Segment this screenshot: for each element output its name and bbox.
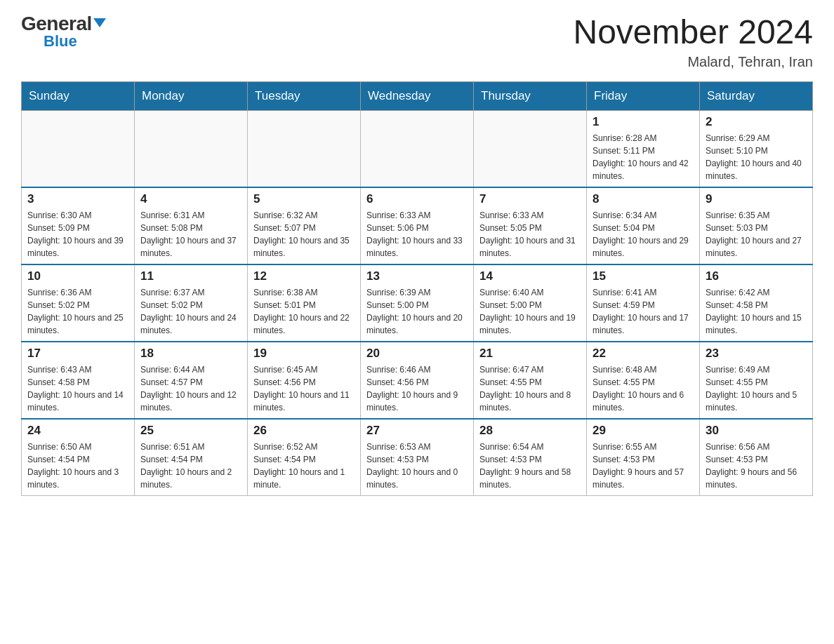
day-number: 29 — [593, 424, 694, 438]
day-number: 15 — [593, 269, 694, 283]
calendar-cell: 8Sunrise: 6:34 AMSunset: 5:04 PMDaylight… — [587, 187, 700, 264]
calendar-cell: 25Sunrise: 6:51 AMSunset: 4:54 PMDayligh… — [135, 419, 248, 496]
calendar-cell: 24Sunrise: 6:50 AMSunset: 4:54 PMDayligh… — [22, 419, 135, 496]
day-number: 18 — [140, 347, 241, 361]
day-number: 4 — [140, 192, 241, 206]
day-number: 22 — [593, 347, 694, 361]
calendar-cell: 12Sunrise: 6:38 AMSunset: 5:01 PMDayligh… — [248, 264, 361, 342]
day-number: 30 — [706, 424, 807, 438]
day-info: Sunrise: 6:28 AMSunset: 5:11 PMDaylight:… — [593, 132, 694, 182]
day-number: 17 — [27, 347, 128, 361]
day-number: 11 — [140, 269, 241, 283]
weekday-header-saturday: Saturday — [700, 81, 813, 110]
title-area: November 2024 Malard, Tehran, Iran — [573, 14, 813, 70]
day-info: Sunrise: 6:44 AMSunset: 4:57 PMDaylight:… — [140, 363, 241, 414]
calendar-cell: 10Sunrise: 6:36 AMSunset: 5:02 PMDayligh… — [22, 264, 135, 342]
calendar-cell: 26Sunrise: 6:52 AMSunset: 4:54 PMDayligh… — [248, 419, 361, 496]
weekday-header-tuesday: Tuesday — [248, 81, 361, 110]
day-info: Sunrise: 6:39 AMSunset: 5:00 PMDaylight:… — [366, 286, 468, 337]
calendar-cell: 4Sunrise: 6:31 AMSunset: 5:08 PMDaylight… — [135, 187, 248, 264]
calendar-cell — [248, 110, 361, 187]
day-info: Sunrise: 6:49 AMSunset: 4:55 PMDaylight:… — [706, 363, 807, 414]
logo-blue-text: Blue — [44, 34, 77, 49]
day-info: Sunrise: 6:31 AMSunset: 5:08 PMDaylight:… — [140, 209, 241, 260]
day-info: Sunrise: 6:35 AMSunset: 5:03 PMDaylight:… — [706, 209, 807, 260]
calendar-cell: 13Sunrise: 6:39 AMSunset: 5:00 PMDayligh… — [361, 264, 474, 342]
day-number: 24 — [27, 424, 128, 438]
day-number: 10 — [27, 269, 128, 283]
calendar-cell: 28Sunrise: 6:54 AMSunset: 4:53 PMDayligh… — [474, 419, 587, 496]
calendar-week-row: 3Sunrise: 6:30 AMSunset: 5:09 PMDaylight… — [22, 187, 813, 264]
day-info: Sunrise: 6:37 AMSunset: 5:02 PMDaylight:… — [140, 286, 241, 337]
day-info: Sunrise: 6:36 AMSunset: 5:02 PMDaylight:… — [27, 286, 128, 337]
day-number: 7 — [479, 192, 581, 206]
day-number: 23 — [706, 347, 807, 361]
calendar-cell: 1Sunrise: 6:28 AMSunset: 5:11 PMDaylight… — [587, 110, 700, 187]
calendar-cell: 30Sunrise: 6:56 AMSunset: 4:53 PMDayligh… — [700, 419, 813, 496]
day-number: 20 — [366, 347, 468, 361]
calendar-cell — [135, 110, 248, 187]
page-header: General Blue November 2024 Malard, Tehra… — [21, 14, 813, 70]
day-info: Sunrise: 6:33 AMSunset: 5:06 PMDaylight:… — [366, 209, 468, 260]
location-text: Malard, Tehran, Iran — [573, 54, 813, 70]
calendar-cell: 5Sunrise: 6:32 AMSunset: 5:07 PMDaylight… — [248, 187, 361, 264]
calendar-cell: 19Sunrise: 6:45 AMSunset: 4:56 PMDayligh… — [248, 342, 361, 419]
calendar-cell: 22Sunrise: 6:48 AMSunset: 4:55 PMDayligh… — [587, 342, 700, 419]
calendar-cell: 29Sunrise: 6:55 AMSunset: 4:53 PMDayligh… — [587, 419, 700, 496]
day-number: 12 — [253, 269, 355, 283]
calendar-cell: 9Sunrise: 6:35 AMSunset: 5:03 PMDaylight… — [700, 187, 813, 264]
day-info: Sunrise: 6:54 AMSunset: 4:53 PMDaylight:… — [479, 441, 581, 491]
calendar-cell: 23Sunrise: 6:49 AMSunset: 4:55 PMDayligh… — [700, 342, 813, 419]
month-title: November 2024 — [573, 14, 813, 51]
calendar-cell — [22, 110, 135, 187]
calendar-cell: 11Sunrise: 6:37 AMSunset: 5:02 PMDayligh… — [135, 264, 248, 342]
weekday-header-row: SundayMondayTuesdayWednesdayThursdayFrid… — [22, 81, 813, 110]
day-number: 2 — [706, 115, 807, 129]
calendar-cell: 17Sunrise: 6:43 AMSunset: 4:58 PMDayligh… — [22, 342, 135, 419]
day-number: 19 — [253, 347, 355, 361]
day-number: 6 — [366, 192, 468, 206]
calendar-cell: 16Sunrise: 6:42 AMSunset: 4:58 PMDayligh… — [700, 264, 813, 342]
logo-general-text: General — [21, 14, 106, 34]
calendar-cell: 6Sunrise: 6:33 AMSunset: 5:06 PMDaylight… — [361, 187, 474, 264]
day-number: 25 — [140, 424, 241, 438]
day-number: 26 — [253, 424, 355, 438]
day-info: Sunrise: 6:42 AMSunset: 4:58 PMDaylight:… — [706, 286, 807, 337]
calendar-week-row: 17Sunrise: 6:43 AMSunset: 4:58 PMDayligh… — [22, 342, 813, 419]
day-info: Sunrise: 6:50 AMSunset: 4:54 PMDaylight:… — [27, 441, 128, 491]
calendar-cell: 15Sunrise: 6:41 AMSunset: 4:59 PMDayligh… — [587, 264, 700, 342]
logo-triangle-icon — [93, 18, 106, 27]
day-info: Sunrise: 6:33 AMSunset: 5:05 PMDaylight:… — [479, 209, 581, 260]
day-number: 13 — [366, 269, 468, 283]
day-number: 28 — [479, 424, 581, 438]
weekday-header-friday: Friday — [587, 81, 700, 110]
day-number: 14 — [479, 269, 581, 283]
day-info: Sunrise: 6:53 AMSunset: 4:53 PMDaylight:… — [366, 441, 468, 491]
day-info: Sunrise: 6:45 AMSunset: 4:56 PMDaylight:… — [253, 363, 355, 414]
day-number: 8 — [593, 192, 694, 206]
calendar-week-row: 24Sunrise: 6:50 AMSunset: 4:54 PMDayligh… — [22, 419, 813, 496]
day-info: Sunrise: 6:34 AMSunset: 5:04 PMDaylight:… — [593, 209, 694, 260]
day-info: Sunrise: 6:38 AMSunset: 5:01 PMDaylight:… — [253, 286, 355, 337]
day-info: Sunrise: 6:48 AMSunset: 4:55 PMDaylight:… — [593, 363, 694, 414]
day-info: Sunrise: 6:29 AMSunset: 5:10 PMDaylight:… — [706, 132, 807, 182]
weekday-header-monday: Monday — [135, 81, 248, 110]
day-info: Sunrise: 6:40 AMSunset: 5:00 PMDaylight:… — [479, 286, 581, 337]
day-number: 3 — [27, 192, 128, 206]
calendar-week-row: 10Sunrise: 6:36 AMSunset: 5:02 PMDayligh… — [22, 264, 813, 342]
day-info: Sunrise: 6:52 AMSunset: 4:54 PMDaylight:… — [253, 441, 355, 491]
calendar-cell: 27Sunrise: 6:53 AMSunset: 4:53 PMDayligh… — [361, 419, 474, 496]
calendar-cell: 20Sunrise: 6:46 AMSunset: 4:56 PMDayligh… — [361, 342, 474, 419]
day-number: 9 — [706, 192, 807, 206]
calendar-cell: 7Sunrise: 6:33 AMSunset: 5:05 PMDaylight… — [474, 187, 587, 264]
day-info: Sunrise: 6:41 AMSunset: 4:59 PMDaylight:… — [593, 286, 694, 337]
calendar-cell: 14Sunrise: 6:40 AMSunset: 5:00 PMDayligh… — [474, 264, 587, 342]
calendar-week-row: 1Sunrise: 6:28 AMSunset: 5:11 PMDaylight… — [22, 110, 813, 187]
weekday-header-thursday: Thursday — [474, 81, 587, 110]
calendar-cell: 2Sunrise: 6:29 AMSunset: 5:10 PMDaylight… — [700, 110, 813, 187]
day-info: Sunrise: 6:55 AMSunset: 4:53 PMDaylight:… — [593, 441, 694, 491]
day-info: Sunrise: 6:51 AMSunset: 4:54 PMDaylight:… — [140, 441, 241, 491]
weekday-header-wednesday: Wednesday — [361, 81, 474, 110]
calendar-cell: 18Sunrise: 6:44 AMSunset: 4:57 PMDayligh… — [135, 342, 248, 419]
calendar-cell — [361, 110, 474, 187]
